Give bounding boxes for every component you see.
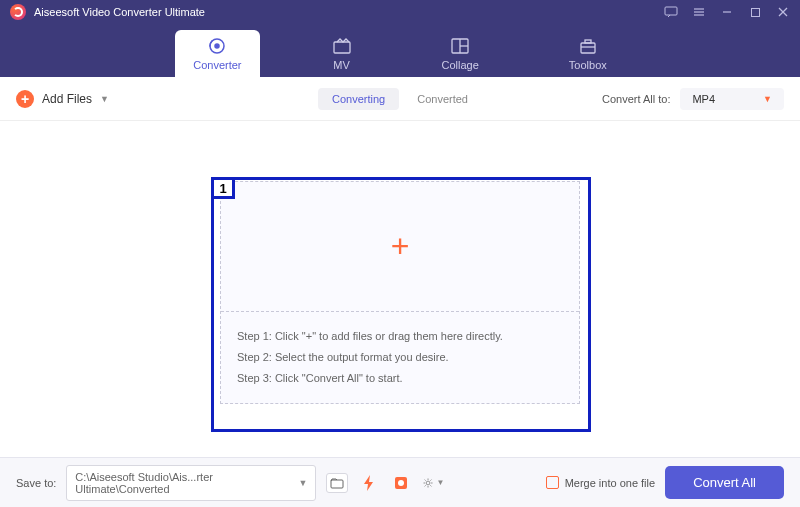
maximize-button[interactable]	[748, 5, 762, 19]
tab-converter[interactable]: Converter	[175, 30, 259, 77]
menu-icon[interactable]	[692, 5, 706, 19]
svg-rect-14	[581, 43, 595, 53]
feedback-icon[interactable]	[664, 5, 678, 19]
save-path-select[interactable]: C:\Aiseesoft Studio\Ais...rter Ultimate\…	[66, 465, 316, 501]
toolbar: + Add Files ▼ Converting Converted Conve…	[0, 77, 800, 121]
gpu-accel-icon[interactable]	[390, 473, 412, 493]
svg-point-9	[215, 44, 219, 48]
tab-mv[interactable]: MV	[314, 30, 370, 77]
tab-toolbox[interactable]: Toolbox	[551, 30, 625, 77]
instructions: Step 1: Click "+" to add files or drag t…	[221, 312, 579, 403]
toolbox-icon	[578, 37, 598, 55]
svg-rect-15	[585, 40, 591, 43]
tab-label: Toolbox	[569, 59, 607, 71]
merge-checkbox[interactable]: Merge into one file	[546, 476, 656, 489]
convert-all-button[interactable]: Convert All	[665, 466, 784, 499]
step-1: Step 1: Click "+" to add files or drag t…	[237, 326, 563, 347]
chevron-down-icon: ▼	[298, 478, 307, 488]
high-speed-icon[interactable]	[358, 473, 380, 493]
svg-point-19	[398, 480, 404, 486]
chevron-down-icon: ▼	[100, 94, 109, 104]
converter-icon	[207, 37, 227, 55]
save-to-label: Save to:	[16, 477, 56, 489]
footer: Save to: C:\Aiseesoft Studio\Ais...rter …	[0, 457, 800, 507]
status-tabs: Converting Converted	[318, 88, 482, 110]
minimize-button[interactable]	[720, 5, 734, 19]
main-panel: + Add Files ▼ Converting Converted Conve…	[0, 77, 800, 457]
close-button[interactable]	[776, 5, 790, 19]
titlebar: Aiseesoft Video Converter Ultimate	[0, 0, 800, 24]
step-3: Step 3: Click "Convert All" to start.	[237, 368, 563, 389]
svg-rect-10	[334, 42, 350, 53]
add-plus-icon: +	[391, 228, 410, 265]
tab-label: MV	[333, 59, 350, 71]
mv-icon	[332, 37, 352, 55]
dropzone: + Step 1: Click "+" to add files or drag…	[220, 181, 580, 404]
open-folder-button[interactable]	[326, 473, 348, 493]
checkbox-icon	[546, 476, 559, 489]
tab-converting[interactable]: Converting	[318, 88, 399, 110]
format-select[interactable]: MP4 ▼	[680, 88, 784, 110]
svg-rect-0	[665, 7, 677, 15]
add-files-button[interactable]: + Add Files ▼	[16, 90, 109, 108]
app-logo-icon	[10, 4, 26, 20]
tab-collage[interactable]: Collage	[424, 30, 497, 77]
svg-rect-5	[751, 8, 759, 16]
plus-icon: +	[16, 90, 34, 108]
step-2: Step 2: Select the output format you des…	[237, 347, 563, 368]
collage-icon	[450, 37, 470, 55]
dropzone-add-area[interactable]: +	[221, 182, 579, 312]
add-files-label: Add Files	[42, 92, 92, 106]
svg-rect-17	[331, 480, 343, 488]
convert-all-to-label: Convert All to:	[602, 93, 670, 105]
save-path-value: C:\Aiseesoft Studio\Ais...rter Ultimate\…	[75, 471, 298, 495]
tab-label: Converter	[193, 59, 241, 71]
merge-label: Merge into one file	[565, 477, 656, 489]
format-value: MP4	[692, 93, 715, 105]
tab-converted[interactable]: Converted	[403, 88, 482, 110]
caret-down-icon: ▼	[763, 94, 772, 104]
main-tabs: Converter MV Collage Toolbox	[0, 24, 800, 77]
tab-label: Collage	[442, 59, 479, 71]
app-title: Aiseesoft Video Converter Ultimate	[34, 6, 664, 18]
svg-point-20	[427, 481, 431, 485]
settings-button[interactable]: ▼	[422, 473, 444, 493]
